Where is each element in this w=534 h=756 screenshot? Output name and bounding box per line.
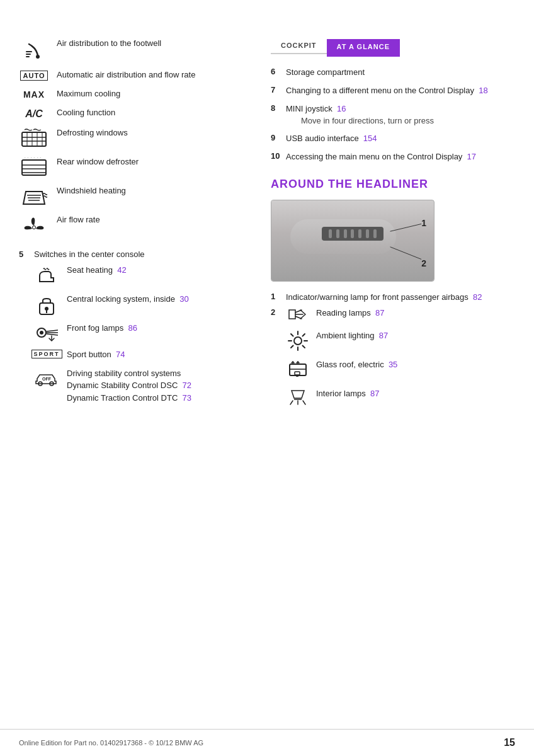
icon-row-windshield: Windshield heating [19,185,252,207]
ambient-lighting-text: Ambient lighting 87 [316,330,388,341]
icon-row-air-footwell: Air distribution to the footwell [19,38,252,62]
icon-row-cooling-fn: A/C Cooling function [19,107,252,120]
ahl-item-2-num: 2 [271,307,282,317]
item-7: 7 Changing to a different menu on the Co… [271,85,510,97]
air-footwell-icon [19,38,49,62]
right-column: COCKPIT AT A GLANCE 6 Storage compartmen… [264,38,510,704]
item-10: 10 Accessing the main menu on the Contro… [271,151,510,163]
windshield-icon [19,185,49,207]
cooling-fn-text: Cooling function [57,107,252,118]
icon-row-auto-air: AUTO Automatic air distribution and flow… [19,69,252,81]
air-footwell-text: Air distribution to the footwell [57,38,252,49]
svg-line-49 [290,401,293,404]
left-column: Air distribution to the footwell AUTO Au… [19,38,264,704]
rear-defroster-text: Rear window defroster [57,156,252,168]
svg-point-18 [45,307,48,311]
item-10-text: Accessing the main menu on the Control D… [286,152,462,161]
item-8-subtext: Move in four directions, turn or press [286,115,434,127]
interior-lamps-icon [286,388,310,406]
item-8-num: 8 [271,103,282,113]
ahl-item-1: 1 Indicator/warning lamp for front passe… [271,292,510,303]
svg-point-21 [40,331,43,335]
rear-defroster-icon [19,156,49,178]
icon-row-airflow: Air flow rate [19,214,252,239]
item-9-text: USB audio interface [286,134,359,143]
icon-row-defrost: Defrosting windows [19,127,252,149]
headliner-image: 1 2 [271,200,435,282]
page-number: 15 [504,737,515,748]
dsc-icon: OFF [34,367,59,387]
icon-row-max-cooling: MAX Maximum cooling [19,88,252,100]
icon-row-rear-defroster: Rear window defroster [19,156,252,178]
sport-button-icon: SPORT [34,348,59,358]
ac-cooling-icon: A/C [19,107,49,120]
item-6-num: 6 [271,67,282,76]
svg-line-40 [303,345,305,348]
headliner-heading: AROUND THE HEADLINER [271,178,510,191]
item-10-page: 17 [467,152,476,161]
item-8-page: 16 [337,104,346,113]
max-label: MAX [23,89,45,100]
numbered-list: 6 Storage compartment 7 Changing to a di… [271,67,510,163]
footer: Online Edition for Part no. 01402917368 … [0,729,534,756]
sport-text: Sport button 74 [67,348,252,361]
svg-line-51 [303,401,305,404]
sub-row-central-locking: Central locking system, inside 30 [19,293,252,316]
central-locking-icon [34,293,59,316]
auto-air-icon: AUTO [19,69,49,81]
item-7-text: Changing to a different menu on the Cont… [286,86,474,95]
svg-line-42 [291,345,293,348]
svg-text:OFF: OFF [42,377,52,381]
ambient-lighting-item: Ambient lighting 87 [286,330,510,352]
item-6: 6 Storage compartment [271,67,510,79]
section-5-num: 5 [19,249,29,259]
ahl-item-1-text: Indicator/warning lamp for front passeng… [286,292,482,303]
sport-label: SPORT [31,350,62,358]
front-fog-icon [34,322,59,342]
front-fog-text: Front fog lamps 86 [67,322,252,335]
item-6-text: Storage compartment [286,67,365,77]
svg-point-16 [33,226,35,229]
glass-roof-item: Glass roof, electric 35 [286,359,510,381]
item-7-page: 18 [479,86,487,95]
svg-line-22 [47,330,58,331]
svg-rect-43 [290,364,306,375]
interior-lamps-text: Interior lamps 87 [316,388,379,399]
svg-line-30 [390,247,422,260]
ac-label: A/C [25,108,43,120]
item-8: 8 MINI joystick 16 Move in four directio… [271,103,510,127]
glass-roof-icon [286,359,310,381]
headliner-section: AROUND THE HEADLINER [271,178,510,416]
svg-line-39 [291,334,293,336]
section-5: 5 Switches in the center console [19,249,252,404]
footer-copyright: Online Edition for Part no. 01402917368 … [19,739,203,747]
auto-label: AUTO [20,71,48,81]
section-5-text: Switches in the center console [34,249,145,259]
glass-roof-text: Glass roof, electric 35 [316,359,397,370]
svg-line-41 [303,334,305,336]
max-cooling-text: Maximum cooling [57,88,252,100]
ahl-item-2: 2 [271,307,510,413]
svg-point-0 [36,55,40,59]
svg-point-34 [294,337,302,345]
svg-rect-45 [295,372,300,375]
item-9-num: 9 [271,133,282,142]
tab-bar: COCKPIT AT A GLANCE [271,38,510,54]
svg-line-29 [390,224,422,232]
page-container: Air distribution to the footwell AUTO Au… [0,0,534,756]
auto-air-text: Automatic air distribution and flow rate [57,69,252,81]
seat-heating-text: Seat heating 42 [67,264,252,277]
reading-lamps-text: Reading lamps 87 [316,307,384,319]
tab-at-glance[interactable]: AT A GLANCE [327,39,401,54]
tab-cockpit[interactable]: COCKPIT [271,38,327,54]
central-locking-text: Central locking system, inside 30 [67,293,252,306]
airflow-text: Air flow rate [57,214,252,226]
max-cooling-icon: MAX [19,88,49,100]
interior-lamps-item: Interior lamps 87 [286,388,510,406]
sub-row-front-fog: Front fog lamps 86 [19,322,252,342]
reading-lamps-item: Reading lamps 87 [286,307,510,323]
seat-heating-icon [34,264,59,287]
item-8-text: MINI joystick [286,104,332,113]
airflow-icon [19,214,49,239]
ahl-item-1-num: 1 [271,292,282,301]
